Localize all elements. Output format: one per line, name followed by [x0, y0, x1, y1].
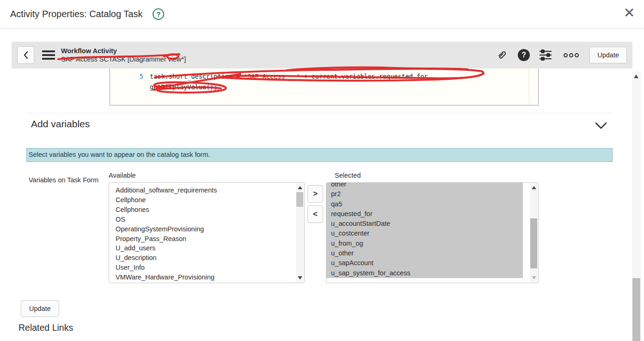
available-list-item[interactable]: Property_Pass_Reason: [109, 234, 304, 244]
selected-listbox[interactable]: otherpr2qa5requested_foru_accountStartDa…: [326, 182, 539, 283]
script-editor-scrollbar[interactable]: [529, 68, 538, 105]
update-button-toolbar[interactable]: Update: [589, 47, 627, 63]
scroll-up-icon[interactable]: [634, 74, 638, 78]
variables-on-task-form-label: Variables on Task Form: [29, 176, 98, 184]
scroll-down-icon[interactable]: [532, 276, 536, 279]
help-icon[interactable]: ?: [153, 8, 164, 20]
selected-list-item[interactable]: u_other: [326, 248, 523, 258]
workflow-activity-subtitle: SAP Access SCTASK [Diagrammer view*]: [61, 55, 186, 63]
selected-list-item[interactable]: qa5: [326, 199, 523, 209]
selected-list-item[interactable]: u_accountStartDate: [326, 219, 523, 229]
code-parens: ();: [206, 83, 217, 91]
available-list-item[interactable]: OS: [109, 215, 304, 224]
more-options-icon[interactable]: [560, 48, 582, 62]
selected-list-item[interactable]: u_from_og: [326, 239, 523, 248]
available-scrollbar[interactable]: [296, 183, 304, 282]
scroll-thumb[interactable]: [530, 218, 537, 268]
available-list-item[interactable]: Cellphone: [109, 195, 304, 205]
add-variables-heading: Add variables: [31, 118, 90, 130]
available-list-item[interactable]: Cellphones: [109, 205, 304, 215]
help-filled-icon[interactable]: ?: [517, 48, 531, 62]
menu-icon[interactable]: [42, 49, 55, 62]
code-post: + current.variables.requested_for.: [300, 73, 431, 80]
selected-list-item[interactable]: requested_for: [326, 209, 523, 219]
selected-list-item[interactable]: u_costcenter: [326, 229, 523, 238]
sliders-icon[interactable]: [539, 48, 552, 62]
script-editor[interactable]: 5 task.short_description = 'SAP Access -…: [110, 68, 539, 105]
related-links-heading: Related Links: [18, 322, 73, 333]
available-list-item[interactable]: U_add_users: [109, 243, 304, 253]
available-list-item[interactable]: U_description: [109, 253, 304, 263]
update-button[interactable]: Update: [21, 300, 59, 317]
scroll-up-icon[interactable]: [532, 186, 536, 189]
scroll-up-icon[interactable]: [298, 186, 302, 189]
close-icon[interactable]: ✕: [620, 4, 638, 22]
back-button[interactable]: [17, 46, 34, 64]
available-list-item[interactable]: Additional_software_requirements: [109, 186, 304, 195]
workflow-toolbar: Workflow Activity SAP Access SCTASK [Dia…: [12, 42, 632, 68]
code-pre: task.short_description =: [150, 73, 244, 80]
dialog-header: Activity Properties: Catalog Task ?: [0, 0, 644, 29]
available-listbox[interactable]: Additional_software_requirementsCellphon…: [109, 182, 305, 283]
available-list-item[interactable]: User_Info: [109, 263, 304, 273]
scroll-down-icon[interactable]: [298, 276, 302, 279]
dialog-title: Activity Properties: Catalog Task: [10, 9, 142, 19]
selected-list-item[interactable]: u_sap_system_for_access: [326, 268, 523, 278]
move-left-button[interactable]: <: [307, 205, 323, 223]
available-list-item[interactable]: OperatingSystemProvisioning: [109, 224, 304, 234]
scroll-thumb[interactable]: [296, 192, 303, 207]
selected-list-item[interactable]: pr2: [326, 189, 523, 199]
line-number: 5: [110, 71, 143, 93]
workflow-activity-title: Workflow Activity: [61, 47, 186, 55]
attachment-icon[interactable]: [495, 48, 509, 62]
selected-label: Selected: [335, 172, 361, 179]
move-right-button[interactable]: >: [307, 185, 323, 203]
selected-list-item[interactable]: u_sapAccount: [326, 258, 523, 268]
page-scrollbar[interactable]: [632, 72, 641, 341]
section-divider: [26, 113, 613, 113]
script-code[interactable]: task.short_description = 'SAP Access - '…: [150, 71, 506, 93]
chevron-down-icon[interactable]: [595, 121, 607, 130]
selected-list-item[interactable]: other: [326, 182, 523, 189]
info-banner: Select variables you want to appear on t…: [26, 148, 613, 162]
selected-scrollbar[interactable]: [530, 183, 538, 282]
workflow-activity-titles: Workflow Activity SAP Access SCTASK [Dia…: [61, 47, 186, 63]
code-string-literal: 'SAP Access - ': [244, 73, 300, 80]
code-ident: getDisplayValue: [150, 83, 206, 91]
available-label: Available: [109, 172, 136, 179]
chevron-left-icon: [23, 51, 29, 59]
available-list-item[interactable]: VMWare_Hardware_Provisioning: [109, 273, 304, 282]
scroll-thumb[interactable]: [632, 278, 640, 341]
